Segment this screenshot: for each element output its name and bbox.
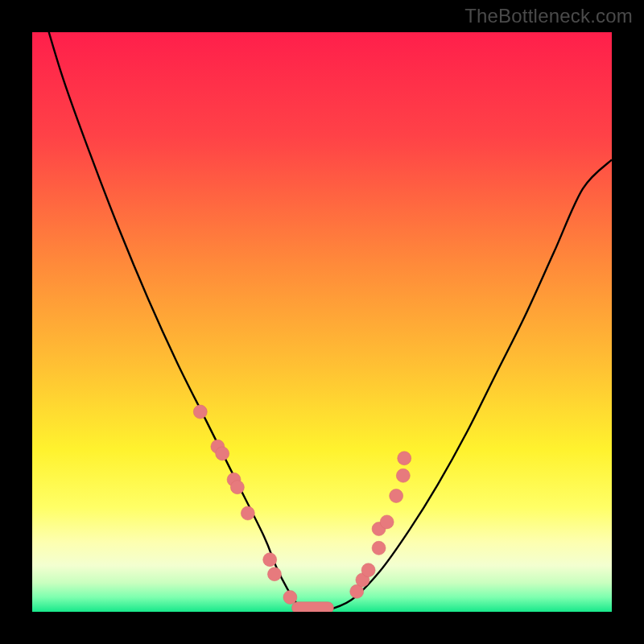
chart-svg <box>32 32 612 612</box>
data-marker <box>216 447 229 460</box>
data-marker <box>361 564 375 577</box>
data-marker <box>193 405 207 419</box>
data-marker <box>267 568 281 581</box>
chart-frame: TheBottleneck.com <box>0 0 644 644</box>
data-marker <box>380 515 394 529</box>
data-marker <box>283 591 297 605</box>
data-marker <box>396 469 410 482</box>
data-marker <box>241 506 254 520</box>
data-marker <box>390 489 403 503</box>
data-marker <box>263 553 277 567</box>
data-marker <box>230 481 244 494</box>
bottom-bar-marker <box>292 602 334 612</box>
data-marker <box>372 541 386 555</box>
chart-plot <box>32 32 612 612</box>
data-marker <box>398 452 411 465</box>
gradient-background <box>32 32 612 612</box>
watermark-label: TheBottleneck.com <box>464 5 633 27</box>
